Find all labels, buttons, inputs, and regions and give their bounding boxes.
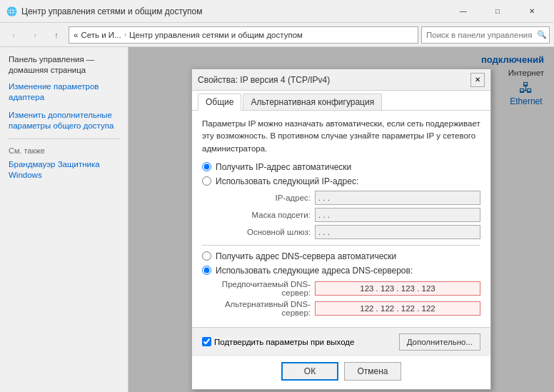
sidebar: Панель управления — домашняя страница Из…	[0, 47, 129, 392]
search-icon: 🔍	[537, 30, 547, 39]
field-row-alt-dns: Альтернативный DNS-сервер:	[218, 300, 480, 317]
sidebar-link-sharing[interactable]: Изменить дополнительные параметры общего…	[9, 110, 119, 131]
radio-auto-dns-input[interactable]	[202, 251, 211, 261]
sidebar-link-firewall[interactable]: Брандмауэр Защитника Windows	[9, 159, 119, 181]
back-button[interactable]: ‹	[4, 26, 23, 44]
sidebar-section-title: Панель управления — домашняя страница	[9, 54, 119, 76]
radio-manual-ip[interactable]: Использовать следующий IP-адрес:	[202, 176, 480, 186]
radio-auto-ip-input[interactable]	[202, 162, 211, 171]
dialog-body: Параметры IP можно назначать автоматичес…	[192, 111, 490, 327]
radio-manual-ip-input[interactable]	[202, 176, 211, 186]
confirm-on-exit-label: Подтвердить параметры при выходе	[214, 338, 354, 346]
field-gateway-label: Основной шлюз:	[218, 228, 311, 236]
radio-manual-dns-input[interactable]	[202, 266, 211, 275]
title-bar: 🌐 Центр управления сетями и общим доступ…	[0, 0, 554, 23]
field-preferred-dns-input[interactable]	[315, 281, 480, 296]
ip-properties-dialog: Свойства: IP версия 4 (TCP/IPv4) ✕ Общие…	[191, 69, 491, 390]
field-mask-input[interactable]	[315, 208, 480, 222]
field-ip-input[interactable]	[315, 191, 480, 205]
dialog-title-bar: Свойства: IP версия 4 (TCP/IPv4) ✕	[192, 69, 490, 91]
content-area: подключений Интернет 🖧 Ethernet Свойства…	[129, 47, 554, 392]
dialog-action-row: ОК Отмена	[192, 356, 490, 389]
field-row-gateway: Основной шлюз:	[218, 225, 480, 239]
dialog-tabs: Общие Альтернативная конфигурация	[192, 91, 490, 111]
dns-section-divider	[202, 245, 480, 246]
field-row-preferred-dns: Предпочитаемый DNS-сервер:	[218, 280, 480, 297]
ip-fields-group: IP-адрес: Маска подсети: Основной шлюз:	[218, 191, 480, 239]
breadcrumb-part1[interactable]: Сеть и И...	[81, 31, 121, 39]
field-row-mask: Маска подсети:	[218, 208, 480, 222]
sidebar-link-adapter[interactable]: Изменение параметров адаптера	[9, 81, 119, 103]
search-input[interactable]	[421, 26, 550, 44]
maximize-button[interactable]: □	[481, 0, 514, 23]
confirm-on-exit-checkbox[interactable]: Подтвердить параметры при выходе	[202, 337, 393, 346]
radio-auto-ip-label: Получить IP-адрес автоматически	[216, 162, 351, 172]
field-ip-label: IP-адрес:	[218, 194, 311, 202]
confirm-on-exit-input[interactable]	[202, 337, 211, 346]
breadcrumb: « Сеть и И... › Центр управления сетями …	[69, 26, 418, 44]
address-bar: ‹ › ↑ « Сеть и И... › Центр управления с…	[0, 23, 554, 47]
window-controls: — □ ✕	[447, 0, 548, 23]
field-preferred-dns-label: Предпочитаемый DNS-сервер:	[218, 280, 311, 297]
field-alt-dns-label: Альтернативный DNS-сервер:	[218, 300, 311, 317]
close-button[interactable]: ✕	[515, 0, 548, 23]
field-gateway-input[interactable]	[315, 225, 480, 239]
ok-button[interactable]: ОК	[281, 362, 338, 381]
forward-button[interactable]: ›	[26, 26, 44, 44]
field-row-ip: IP-адрес:	[218, 191, 480, 205]
breadcrumb-separator: ›	[124, 31, 126, 39]
dns-fields-group: Предпочитаемый DNS-сервер: Альтернативны…	[218, 280, 480, 317]
cancel-button[interactable]: Отмена	[344, 362, 401, 381]
minimize-button[interactable]: —	[447, 0, 480, 23]
sidebar-divider	[9, 139, 119, 139]
main-layout: Панель управления — домашняя страница Из…	[0, 47, 554, 392]
field-mask-label: Маска подсети:	[218, 211, 311, 219]
radio-manual-ip-label: Использовать следующий IP-адрес:	[216, 176, 358, 186]
radio-auto-dns-label: Получить адрес DNS-сервера автоматически	[216, 251, 396, 261]
search-wrapper: 🔍	[421, 26, 550, 44]
breadcrumb-part2: Центр управления сетями и общим доступом	[129, 31, 303, 39]
dialog-close-button[interactable]: ✕	[470, 73, 485, 87]
dialog-description: Параметры IP можно назначать автоматичес…	[202, 118, 480, 155]
sidebar-also-label: См. также	[9, 146, 119, 155]
window-title: Центр управления сетями и общим доступом	[21, 6, 447, 16]
field-alt-dns-input[interactable]	[315, 301, 480, 316]
tab-general[interactable]: Общие	[198, 94, 241, 111]
advanced-button[interactable]: Дополнительно...	[399, 333, 480, 351]
radio-manual-dns[interactable]: Использовать следующие адреса DNS-сервер…	[202, 266, 480, 276]
dialog-title: Свойства: IP версия 4 (TCP/IPv4)	[198, 75, 470, 85]
dialog-overlay: Свойства: IP версия 4 (TCP/IPv4) ✕ Общие…	[129, 47, 554, 392]
radio-auto-dns[interactable]: Получить адрес DNS-сервера автоматически	[202, 251, 480, 261]
breadcrumb-arrow: «	[74, 31, 78, 39]
radio-manual-dns-label: Использовать следующие адреса DNS-сервер…	[216, 266, 413, 276]
app-icon: 🌐	[6, 6, 17, 17]
up-button[interactable]: ↑	[47, 26, 66, 44]
dialog-footer: Подтвердить параметры при выходе Дополни…	[192, 327, 490, 356]
tab-alternate[interactable]: Альтернативная конфигурация	[243, 94, 382, 110]
radio-auto-ip[interactable]: Получить IP-адрес автоматически	[202, 162, 480, 172]
